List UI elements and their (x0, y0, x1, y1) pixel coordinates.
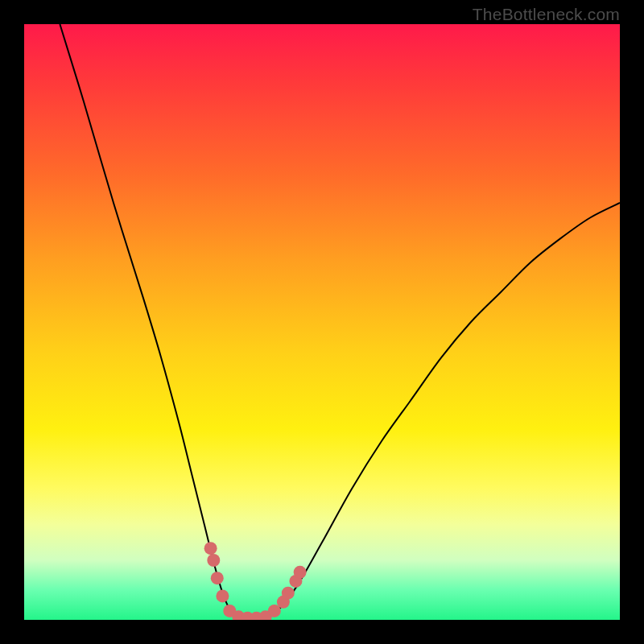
highlight-dot (216, 589, 229, 602)
chart-frame: TheBottleneck.com (0, 0, 644, 644)
watermark-text: TheBottleneck.com (473, 5, 620, 24)
bottleneck-curve (60, 24, 620, 620)
chart-svg (24, 24, 620, 620)
highlight-dot (294, 566, 307, 579)
highlight-marker-group (204, 542, 307, 620)
highlight-dot (282, 587, 295, 600)
highlight-dot (211, 572, 224, 584)
highlight-dot (207, 554, 220, 567)
plot-area (24, 24, 620, 620)
highlight-dot (204, 542, 217, 555)
